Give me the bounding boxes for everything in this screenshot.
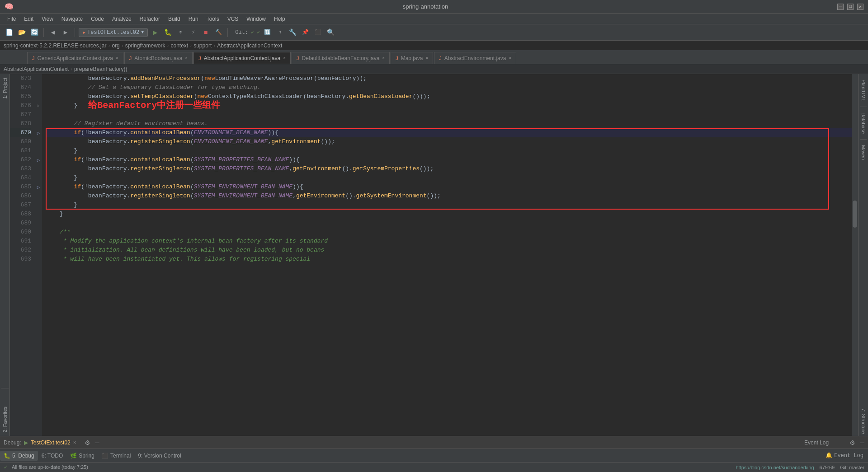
code-line-673: beanFactory.addBeanPostProcessor(new Loa…: [46, 74, 852, 83]
gutter-681: [35, 146, 42, 155]
maven-tab[interactable]: Maven: [859, 143, 868, 162]
event-log-minimize-icon[interactable]: ─: [860, 439, 864, 446]
maximize-button[interactable]: □: [847, 4, 854, 10]
gutter-677: [35, 110, 42, 119]
vcs-update-button[interactable]: 🔃: [262, 27, 273, 38]
forward-button[interactable]: ▶: [60, 27, 71, 38]
event-log-bottom-button[interactable]: 🔔 Event Log: [821, 452, 868, 459]
breadcrumb-method[interactable]: prepareBeanFactory(): [74, 66, 127, 72]
path-springframework[interactable]: springframework: [125, 42, 165, 49]
tab-close-abstract[interactable]: ×: [283, 56, 286, 61]
tab-close-generic[interactable]: ×: [116, 56, 118, 61]
tab-close-abstract-env[interactable]: ×: [509, 56, 511, 61]
menu-window[interactable]: Window: [243, 15, 269, 23]
path-context[interactable]: context: [170, 42, 188, 49]
menu-view[interactable]: View: [38, 15, 57, 23]
code-area[interactable]: beanFactory.addBeanPostProcessor(new Loa…: [42, 74, 852, 436]
code-line-675: beanFactory.setTempClassLoader(new Conte…: [46, 92, 852, 101]
gutter-675: [35, 92, 42, 101]
line-numbers: 673 674 675 676 677 678 679 680 681 682 …: [10, 74, 35, 436]
code-line-689: [46, 219, 852, 228]
plantuml-tab[interactable]: PlantUML: [859, 78, 868, 103]
gutter-688: [35, 210, 42, 219]
close-button[interactable]: ✕: [857, 4, 863, 10]
tab-spring[interactable]: 🌿 Spring: [66, 451, 98, 461]
new-file-button[interactable]: 📄: [4, 27, 14, 38]
search-everywhere-button[interactable]: 🔍: [326, 27, 336, 38]
menu-tools[interactable]: Tools: [203, 15, 223, 23]
ln-680: 680: [10, 137, 31, 146]
tab-todo[interactable]: 6: TODO: [38, 451, 67, 461]
path-support[interactable]: support: [193, 42, 212, 49]
coverage-button[interactable]: ☂: [175, 27, 186, 38]
vcs-push-button[interactable]: ⬆: [275, 27, 286, 38]
menu-code[interactable]: Code: [87, 15, 108, 23]
open-button[interactable]: 📂: [16, 27, 27, 38]
menu-run[interactable]: Run: [185, 15, 202, 23]
tab-close-map[interactable]: ×: [425, 56, 428, 61]
gutter-690: [35, 228, 42, 237]
debug-close-button[interactable]: ×: [73, 439, 76, 446]
structure-tab[interactable]: 7: Structure: [859, 407, 868, 436]
separator-1: [43, 28, 44, 37]
event-log-gear-icon[interactable]: ⚙: [849, 439, 855, 446]
path-class[interactable]: AbstractApplicationContext: [217, 42, 282, 49]
tab-default[interactable]: J DefaultListableBeanFactory.java ×: [292, 52, 390, 64]
scroll-thumb[interactable]: [853, 201, 857, 228]
ln-679: 679: [10, 128, 31, 137]
vertical-scrollbar[interactable]: [852, 74, 858, 436]
database-tab[interactable]: Database: [859, 111, 868, 136]
gutter-676[interactable]: ▷: [35, 101, 42, 110]
favorites-panel-tab[interactable]: 2: Favorites: [2, 407, 8, 432]
run-button[interactable]: ▶: [150, 27, 160, 38]
tab-abstract[interactable]: J AbstractApplicationContext.java ×: [193, 52, 291, 64]
stop-button[interactable]: ■: [200, 27, 211, 38]
menu-file[interactable]: File: [4, 15, 19, 23]
tab-atomic[interactable]: J AtomicBoolean.java ×: [124, 52, 193, 64]
menu-edit[interactable]: Edit: [20, 15, 37, 23]
java-icon-generic: J: [32, 56, 35, 61]
code-line-677: [46, 110, 852, 119]
bookmarks-button[interactable]: 📌: [300, 27, 311, 38]
run-config-selector[interactable]: ▶ TestOfExt.test02 ▼: [79, 28, 148, 37]
path-jar[interactable]: spring-context-5.2.2.RELEASE-sources.jar: [4, 42, 106, 49]
ln-684: 684: [10, 173, 31, 182]
debug-minimize-button[interactable]: ─: [95, 439, 99, 446]
profile-button[interactable]: ⚡: [188, 27, 198, 38]
debug-button[interactable]: 🐛: [162, 27, 173, 38]
tab-version-control[interactable]: 9: Version Control: [134, 451, 184, 461]
code-line-686: beanFactory.registerSingleton(SYSTEM_ENV…: [46, 192, 852, 201]
gutter-679[interactable]: ▷: [35, 128, 42, 137]
sync-button[interactable]: 🔄: [29, 27, 40, 38]
minimize-button[interactable]: ─: [837, 4, 844, 10]
menu-refactor[interactable]: Refactor: [136, 15, 164, 23]
terminal-button[interactable]: ⬛: [313, 27, 324, 38]
tab-debug[interactable]: 🐛 5: Debug: [0, 451, 38, 461]
gutter-685[interactable]: ▷: [35, 182, 42, 192]
debug-icon: 🐛: [4, 453, 10, 459]
breadcrumb-class[interactable]: AbstractApplicationContext: [4, 66, 69, 72]
path-org[interactable]: org: [112, 42, 119, 49]
menu-help[interactable]: Help: [270, 15, 289, 23]
menu-vcs[interactable]: VCS: [224, 15, 242, 23]
java-icon-abstract-env: J: [439, 56, 442, 61]
tab-label-map: Map.java: [401, 55, 423, 61]
debug-gear-button[interactable]: ⚙: [85, 439, 90, 446]
tab-generic[interactable]: J GenericApplicationContext.java ×: [27, 52, 123, 64]
build-button[interactable]: 🔨: [213, 27, 224, 38]
gutter-682[interactable]: ▷: [35, 155, 42, 164]
ln-686: 686: [10, 192, 31, 201]
tab-map[interactable]: J Map.java ×: [391, 52, 433, 64]
tab-terminal[interactable]: ⬛ Terminal: [98, 451, 134, 461]
status-url: https://blog.csdn.net/suchanderking: [736, 465, 814, 470]
git-info: Git: ✓ ✓: [235, 29, 260, 36]
tab-close-atomic[interactable]: ×: [185, 56, 188, 61]
tab-abstract-env[interactable]: J AbstractEnvironment.java ×: [434, 52, 516, 64]
project-panel-tab[interactable]: 1: Project: [2, 78, 8, 98]
settings-button[interactable]: 🔧: [288, 27, 298, 38]
menu-analyze[interactable]: Analyze: [108, 15, 135, 23]
menu-navigate[interactable]: Navigate: [58, 15, 86, 23]
back-button[interactable]: ◀: [47, 27, 58, 38]
menu-build[interactable]: Build: [165, 15, 184, 23]
tab-close-default[interactable]: ×: [382, 56, 385, 61]
